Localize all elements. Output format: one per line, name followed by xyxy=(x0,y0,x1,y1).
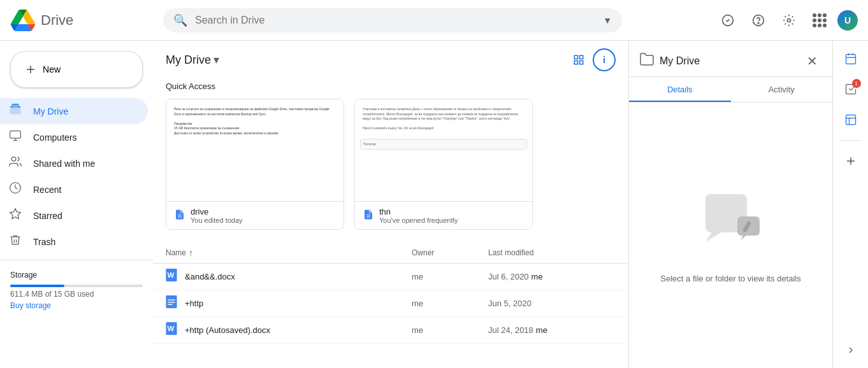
file-name: &and&&.docx xyxy=(185,272,235,281)
sidebar: + New My Drive Computers Shared with me xyxy=(0,41,153,368)
svg-point-2 xyxy=(758,22,759,24)
file-owner: me xyxy=(412,272,488,281)
sidebar-item-my-drive[interactable]: My Drive xyxy=(0,98,148,124)
detail-tabs: Details Activity xyxy=(629,77,832,103)
quick-access-label: Quick Access xyxy=(153,76,628,99)
help-icon[interactable] xyxy=(746,8,771,33)
file-modified: Jun 5, 2020 xyxy=(488,299,616,308)
content-header: My Drive ▾ i xyxy=(153,41,628,76)
check-circle-icon[interactable] xyxy=(715,8,741,33)
starred-icon xyxy=(8,208,23,223)
table-row[interactable]: W &and&&.docx me Jul 6, 2020 me xyxy=(153,264,628,290)
keep-icon-button[interactable] xyxy=(838,107,864,132)
svg-rect-4 xyxy=(10,107,21,115)
settings-icon[interactable] xyxy=(776,8,802,33)
card-info: thn You've opened frequently xyxy=(379,207,524,224)
buy-storage-link[interactable]: Buy storage xyxy=(10,301,143,310)
add-icon-button[interactable] xyxy=(838,148,864,174)
file-modified: Jul 24, 2018 me xyxy=(488,325,616,335)
table-row[interactable]: +http me Jun 5, 2020 xyxy=(153,290,628,317)
storage-usage-text: 611.4 MB of 15 GB used xyxy=(10,290,143,299)
info-button[interactable]: i xyxy=(593,48,616,71)
doc-icon xyxy=(363,209,374,223)
quick-access-card[interactable]: Речи за услугата за съхранение и синхрон… xyxy=(166,99,344,230)
svg-point-3 xyxy=(788,18,791,22)
calendar-icon-button[interactable] xyxy=(838,46,864,71)
detail-close-button[interactable]: ✕ xyxy=(802,51,822,71)
recent-icon xyxy=(8,181,23,197)
table-row[interactable]: W +http (Autosaved).docx me Jul 24, 2018… xyxy=(153,317,628,344)
apps-icon[interactable] xyxy=(807,8,832,33)
logo-area: Drive xyxy=(10,10,163,31)
detail-placeholder-text: Select a file or folder to view its deta… xyxy=(660,274,800,283)
sidebar-item-my-drive-label: My Drive xyxy=(33,106,68,117)
svg-point-6 xyxy=(11,157,16,162)
computers-icon xyxy=(8,129,23,145)
shared-icon xyxy=(8,155,23,171)
tab-activity[interactable]: Activity xyxy=(731,77,833,102)
sidebar-item-trash[interactable]: Trash xyxy=(0,229,148,255)
search-icon: 🔍 xyxy=(173,13,187,27)
search-dropdown-icon[interactable]: ▼ xyxy=(603,15,612,25)
search-input[interactable] xyxy=(195,15,595,26)
content-area: My Drive ▾ i Quick Access Речи за усл xyxy=(153,41,628,368)
card-footer: drive You edited today xyxy=(166,201,344,229)
sidebar-item-starred[interactable]: Starred xyxy=(0,202,148,229)
svg-text:W: W xyxy=(168,271,175,279)
grid-view-button[interactable] xyxy=(567,48,590,71)
doc-file-icon xyxy=(166,295,177,311)
card-filename: thn xyxy=(379,207,524,216)
column-modified: Last modified xyxy=(488,248,616,257)
svg-text:W: W xyxy=(168,325,175,332)
sidebar-item-recent-label: Recent xyxy=(33,185,61,195)
breadcrumb-dropdown-icon[interactable]: ▾ xyxy=(213,53,219,67)
file-owner: me xyxy=(412,325,488,335)
file-name: +http (Autosaved).docx xyxy=(185,325,270,335)
breadcrumb-label: My Drive xyxy=(166,53,211,67)
sidebar-item-starred-label: Starred xyxy=(33,211,62,221)
modified-by: me xyxy=(536,325,547,335)
tasks-badge: 1 xyxy=(852,79,861,88)
tab-details[interactable]: Details xyxy=(629,77,731,102)
svg-rect-12 xyxy=(580,61,583,64)
quick-access-card[interactable]: Участвам в поставена сатирична Дока, с к… xyxy=(354,99,533,230)
sidebar-item-computers-label: Computers xyxy=(33,132,76,143)
svg-marker-8 xyxy=(10,209,21,219)
detail-panel-title: My Drive xyxy=(660,55,797,67)
file-name-cell: +http xyxy=(166,295,412,311)
main-layout: + New My Drive Computers Shared with me xyxy=(0,41,868,368)
column-owner: Owner xyxy=(412,248,488,257)
expand-icon-button[interactable] xyxy=(838,337,864,363)
sidebar-item-shared[interactable]: Shared with me xyxy=(0,150,148,176)
breadcrumb: My Drive ▾ xyxy=(166,53,219,67)
file-list-header: Name ↑ Owner Last modified xyxy=(153,243,628,264)
search-bar[interactable]: 🔍 ▼ xyxy=(163,8,622,32)
card-thumbnail: Речи за услугата за съхранение и синхрон… xyxy=(166,99,344,201)
tasks-icon-button[interactable]: 1 xyxy=(838,76,864,102)
svg-rect-9 xyxy=(574,55,577,59)
card-thumbnail: Участвам в поставена сатирична Дока, с к… xyxy=(355,99,532,201)
sort-arrow-icon: ↑ xyxy=(189,248,193,258)
svg-marker-26 xyxy=(705,232,721,242)
svg-rect-29 xyxy=(846,54,855,64)
new-button[interactable]: + New xyxy=(10,51,143,88)
storage-label: Storage xyxy=(10,271,143,280)
plus-icon: + xyxy=(26,60,35,78)
quick-access-cards: Речи за услугата за съхранение и синхрон… xyxy=(153,99,628,243)
word-file-icon: W xyxy=(166,269,177,285)
card-info: drive You edited today xyxy=(191,207,336,224)
topbar: Drive 🔍 ▼ U xyxy=(0,0,868,41)
column-name-label: Name xyxy=(166,248,186,257)
user-avatar[interactable]: U xyxy=(837,10,858,31)
sidebar-item-computers[interactable]: Computers xyxy=(0,124,148,150)
column-name[interactable]: Name ↑ xyxy=(166,248,412,258)
sidebar-item-recent[interactable]: Recent xyxy=(0,176,148,202)
file-owner: me xyxy=(412,299,488,308)
svg-rect-11 xyxy=(574,61,577,64)
card-subtitle: You've opened frequently xyxy=(379,216,524,224)
detail-placeholder-icon xyxy=(699,188,763,264)
file-name-cell: W +http (Autosaved).docx xyxy=(166,322,412,338)
storage-section: Storage 611.4 MB of 15 GB used Buy stora… xyxy=(0,265,153,315)
svg-rect-10 xyxy=(580,55,583,59)
new-button-label: New xyxy=(43,64,61,74)
